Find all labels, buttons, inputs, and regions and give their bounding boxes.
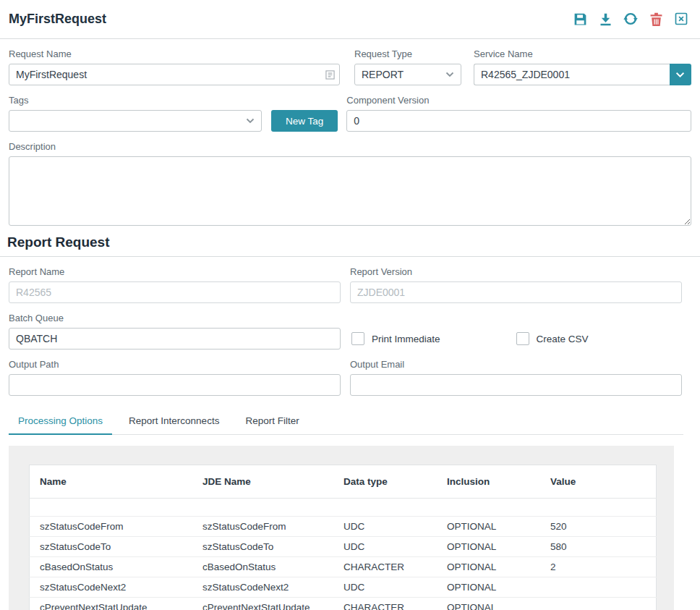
processing-options-panel: Name JDE Name Data type Inclusion Value … <box>9 446 674 610</box>
col-name: Name <box>30 465 192 499</box>
report-name-input <box>9 281 341 303</box>
text-edit-icon <box>325 69 335 82</box>
table-header-row: Name JDE Name Data type Inclusion Value <box>30 465 657 499</box>
request-type-select[interactable]: REPORT <box>354 64 461 85</box>
table-row[interactable] <box>30 499 657 517</box>
create-csv-checkbox[interactable]: Create CSV <box>516 332 589 345</box>
chevron-down-icon <box>246 118 255 124</box>
header: MyFirstRequest <box>0 0 700 39</box>
tags-label: Tags <box>9 95 262 106</box>
request-name-label: Request Name <box>9 48 340 59</box>
request-name-input[interactable] <box>9 64 340 85</box>
output-path-input[interactable] <box>9 374 341 396</box>
tab-bar: Processing Options Report Interconnects … <box>9 409 683 435</box>
print-immediate-label: Print Immediate <box>372 334 440 344</box>
service-name-label: Service Name <box>474 48 691 59</box>
download-icon <box>598 12 613 27</box>
col-inclusion: Inclusion <box>437 465 540 499</box>
batch-queue-label: Batch Queue <box>9 313 341 323</box>
description-label: Description <box>9 141 691 152</box>
tab-processing-options[interactable]: Processing Options <box>9 409 112 435</box>
processing-options-table: Name JDE Name Data type Inclusion Value … <box>29 465 657 610</box>
close-button[interactable] <box>673 10 690 27</box>
request-type-value: REPORT <box>362 69 404 80</box>
report-version-label: Report Version <box>350 266 682 277</box>
chevron-down-icon <box>445 72 454 77</box>
service-name-dropdown-button[interactable] <box>670 64 691 85</box>
col-value: Value <box>540 465 656 499</box>
request-type-label: Request Type <box>354 48 461 59</box>
refresh-icon <box>623 11 639 27</box>
output-path-label: Output Path <box>9 359 341 370</box>
checkbox-icon[interactable] <box>351 332 364 345</box>
output-email-input[interactable] <box>350 374 682 396</box>
save-icon <box>573 12 588 27</box>
table-row[interactable]: szStatusCodeFromszStatusCodeFromUDCOPTIO… <box>30 517 657 537</box>
component-version-label: Component Version <box>346 95 691 106</box>
service-name-input[interactable] <box>474 64 670 85</box>
report-version-input <box>350 281 682 303</box>
request-editor: MyFirstRequest <box>0 0 700 610</box>
table-row[interactable]: cBasedOnStatuscBasedOnStatusCHARACTEROPT… <box>30 557 657 577</box>
print-immediate-checkbox[interactable]: Print Immediate <box>351 332 440 345</box>
create-csv-label: Create CSV <box>537 334 589 344</box>
table-row[interactable]: szStatusCodeToszStatusCodeToUDCOPTIONAL5… <box>30 537 657 557</box>
col-data-type: Data type <box>333 465 437 499</box>
trash-icon <box>649 12 663 27</box>
tab-report-interconnects[interactable]: Report Interconnects <box>119 409 229 434</box>
refresh-button[interactable] <box>622 10 639 27</box>
delete-button[interactable] <box>647 10 665 27</box>
chevron-down-icon <box>675 72 685 78</box>
tab-report-filter[interactable]: Report Filter <box>236 409 308 434</box>
page-title: MyFirstRequest <box>9 12 106 27</box>
table-row[interactable]: szStatusCodeNext2szStatusCodeNext2UDCOPT… <box>30 577 657 598</box>
col-jde-name: JDE Name <box>192 465 333 499</box>
report-request-heading: Report Request <box>7 234 700 250</box>
checkbox-icon[interactable] <box>516 332 529 345</box>
output-email-label: Output Email <box>350 359 682 370</box>
tags-select[interactable] <box>9 110 262 132</box>
batch-queue-input[interactable] <box>9 328 341 350</box>
new-tag-button[interactable]: New Tag <box>271 110 338 132</box>
export-button[interactable] <box>597 10 614 27</box>
request-form: Request Name Request Type REPORT Service… <box>0 39 700 226</box>
component-version-input[interactable] <box>346 110 691 132</box>
close-icon <box>674 12 688 26</box>
header-actions <box>571 10 690 27</box>
report-name-label: Report Name <box>9 266 341 277</box>
description-textarea[interactable] <box>9 156 691 226</box>
table-row[interactable]: cPreventNextStatUpdatecPreventNextStatUp… <box>30 598 657 610</box>
save-button[interactable] <box>571 10 589 27</box>
